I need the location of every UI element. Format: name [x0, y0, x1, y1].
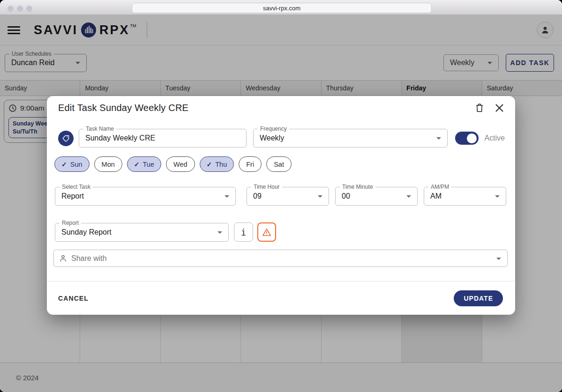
- time-minute-value: 00: [336, 192, 350, 200]
- window-controls: [7, 6, 32, 12]
- day-chip-label: Thu: [215, 161, 227, 168]
- time-hour-select[interactable]: Time Hour 09: [247, 187, 329, 206]
- chevron-down-icon: [495, 195, 500, 198]
- check-icon: ✓: [61, 161, 67, 168]
- trash-icon: [474, 103, 485, 113]
- app-page: SAVVI RPX TM: [0, 15, 562, 392]
- active-toggle[interactable]: [455, 132, 479, 145]
- day-chip-tue[interactable]: ✓Tue: [127, 156, 161, 172]
- share-with-select[interactable]: Share with: [53, 250, 508, 267]
- chevron-down-icon: [225, 195, 229, 198]
- toggle-knob: [467, 133, 477, 143]
- day-chip-label: Sat: [274, 161, 284, 168]
- day-chip-sun[interactable]: ✓Sun: [54, 156, 90, 172]
- close-window-button[interactable]: [7, 6, 14, 12]
- cancel-button[interactable]: CANCEL: [58, 295, 89, 302]
- time-hour-value: 09: [247, 192, 262, 200]
- day-chip-label: Tue: [143, 161, 154, 168]
- modal-row-report: Report Sunday Report i: [47, 222, 515, 242]
- frequency-value: Weekly: [254, 134, 284, 142]
- ampm-value: AM: [424, 192, 442, 200]
- modal-footer: CANCEL UPDATE: [47, 281, 515, 315]
- frequency-label: Frequency: [258, 126, 289, 132]
- chevron-down-icon: [318, 195, 322, 198]
- task-name-value: Sunday Weekly CRE: [79, 134, 155, 142]
- delete-task-button[interactable]: [474, 103, 485, 113]
- modal-row-name: Task Name Sunday Weekly CRE Frequency We…: [47, 129, 515, 148]
- chevron-down-icon: [406, 195, 411, 198]
- update-button[interactable]: UPDATE: [454, 290, 503, 306]
- modal-title: Edit Task Sunday Weekly CRE: [58, 103, 188, 113]
- info-button[interactable]: i: [234, 222, 253, 242]
- select-task-value: Report: [55, 192, 84, 200]
- check-icon: ✓: [134, 161, 140, 168]
- time-hour-label: Time Hour: [251, 184, 282, 190]
- frequency-select[interactable]: Frequency Weekly: [253, 129, 448, 148]
- warning-button[interactable]: [257, 222, 276, 242]
- url-text: savvi-rpx.com: [263, 5, 300, 12]
- day-chip-label: Wed: [173, 161, 187, 168]
- browser-window: savvi-rpx.com SAVVI RPX TM: [0, 0, 562, 392]
- day-chip-thu[interactable]: ✓Thu: [200, 156, 234, 172]
- time-minute-label: Time Minute: [340, 184, 375, 190]
- task-name-label: Task Name: [83, 126, 116, 132]
- ampm-label: AM/PM: [428, 184, 451, 190]
- check-icon: ✓: [207, 161, 212, 168]
- select-task-select[interactable]: Select Task Report: [55, 187, 236, 206]
- chevron-down-icon: [436, 137, 441, 140]
- modal-row-share: Share with: [47, 250, 515, 267]
- time-minute-select[interactable]: Time Minute 00: [335, 187, 418, 206]
- person-icon: [59, 254, 67, 263]
- report-value: Sunday Report: [55, 228, 112, 237]
- day-chip-label: Fri: [246, 161, 254, 168]
- close-icon: [495, 103, 504, 113]
- report-label: Report: [60, 220, 81, 226]
- edit-task-modal: Edit Task Sunday Weekly CRE: [47, 96, 515, 315]
- day-chip-label: Sun: [70, 161, 82, 168]
- day-chips-row: ✓SunMon✓TueWed✓ThuFriSat: [47, 156, 515, 172]
- modal-row-time: Select Task Report Time Hour 09 Time Min…: [47, 187, 515, 206]
- day-chip-wed[interactable]: Wed: [166, 156, 195, 172]
- warning-icon: [262, 227, 272, 237]
- day-chip-label: Mon: [102, 161, 115, 168]
- report-select[interactable]: Report Sunday Report: [55, 223, 229, 242]
- info-icon: i: [241, 227, 246, 237]
- close-button[interactable]: [495, 103, 504, 113]
- modal-header: Edit Task Sunday Weekly CRE: [47, 96, 515, 119]
- chevron-down-icon: [217, 231, 222, 234]
- browser-chrome: savvi-rpx.com: [0, 0, 562, 15]
- share-with-placeholder: Share with: [67, 254, 107, 263]
- task-name-field[interactable]: Task Name Sunday Weekly CRE: [79, 129, 247, 148]
- tag-icon: [62, 134, 70, 142]
- day-chip-sat[interactable]: Sat: [266, 156, 292, 172]
- url-bar[interactable]: savvi-rpx.com: [132, 3, 432, 13]
- active-label: Active: [484, 134, 505, 142]
- ampm-select[interactable]: AM/PM AM: [424, 187, 506, 206]
- day-chip-fri[interactable]: Fri: [239, 156, 262, 172]
- minimize-window-button[interactable]: [17, 6, 23, 12]
- chevron-down-icon: [496, 258, 501, 260]
- tag-icon-badge: [58, 131, 74, 146]
- maximize-window-button[interactable]: [26, 6, 32, 12]
- select-task-label: Select Task: [60, 184, 93, 190]
- day-chip-mon[interactable]: Mon: [94, 156, 122, 172]
